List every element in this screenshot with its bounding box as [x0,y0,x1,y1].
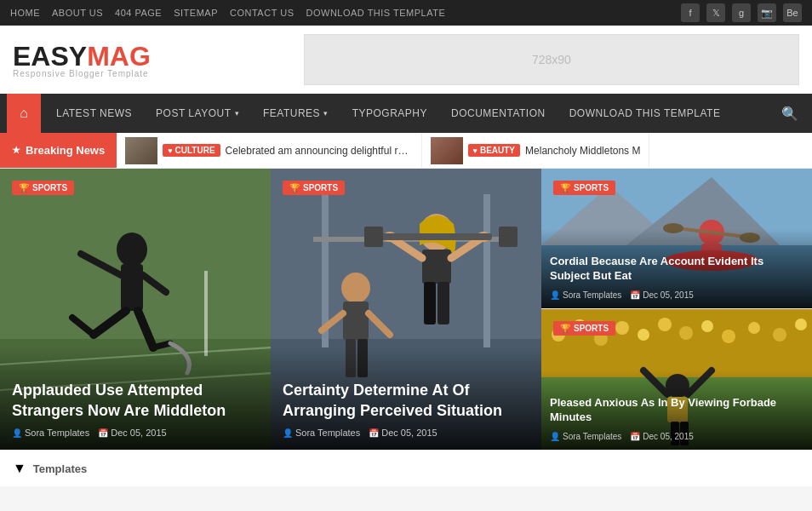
sports-badge-1: 🏆 SPORTS [12,181,74,195]
site-header: EASYMAG Responsive Blogger Template 728x… [0,26,812,94]
breaking-news-bar: ★ Breaking News ♥ CULTURE Celebrated am … [0,133,812,169]
card-overlay-2: Certainty Determine At Of Arranging Perc… [271,347,541,450]
svg-rect-26 [499,227,518,247]
heart-icon: ♥ [168,146,172,155]
card-title-3: Cordial Because Are Account Evident Its … [550,255,803,284]
nav-download-template[interactable]: DOWNLOAD THIS TEMPLATE [558,94,733,133]
star-icon: ★ [12,145,20,156]
nav-documentation[interactable]: DOCUMENTATION [439,94,558,133]
google-icon[interactable]: g [732,3,751,22]
calendar-icon-4: 📅 [630,432,640,441]
footer-icon: ▼ [13,461,26,476]
article-card-2[interactable]: 🏆 SPORTS Certainty Determine At Of Arran… [271,169,541,450]
card-date-3: 📅 Dec 05, 2015 [630,290,694,300]
breaking-thumb-1 [125,137,157,164]
sports-label-3: SPORTS [574,183,609,192]
search-icon[interactable]: 🔍 [775,94,805,133]
heart-icon-2: ♥ [473,146,477,155]
breaking-item-2[interactable]: ♥ BEAUTY Melancholy Middletons M [422,133,650,169]
nav-latest-news[interactable]: LATEST NEWS [44,94,144,133]
author-name-4: Sora Templates [563,432,621,441]
social-icons: f 𝕏 g 📷 Be [681,3,802,22]
calendar-icon-3: 📅 [630,290,640,300]
sports-label-2: SPORTS [303,183,338,192]
nav-features[interactable]: FEATURES ▾ [251,94,340,133]
nav-post-layout[interactable]: POST LAYOUT ▾ [144,94,251,133]
instagram-icon[interactable]: 📷 [758,3,776,22]
nav-home[interactable]: HOME [10,8,40,18]
svg-point-59 [795,319,807,330]
card-title-1: Applauded Use Attempted Strangers Now Ar… [12,381,259,421]
svg-point-54 [679,326,693,340]
site-logo[interactable]: EASYMAG Responsive Blogger Template [13,41,151,78]
svg-point-56 [722,330,735,343]
breaking-news-text: Breaking News [26,144,105,157]
card-title-2: Certainty Determine At Of Arranging Perc… [283,381,529,421]
trophy-icon-2: 🏆 [289,183,300,192]
main-navigation: ⌂ LATEST NEWS POST LAYOUT ▾ FEATURES ▾ T… [0,94,812,133]
card-meta-3: 👤 Sora Templates 📅 Dec 05, 2015 [550,290,803,300]
sports-label-1: SPORTS [32,183,67,192]
nav-download[interactable]: DOWNLOAD THIS TEMPLATE [306,8,446,18]
logo-easy: EASY [13,41,87,72]
user-icon-1: 👤 [12,428,22,438]
top-navigation: HOME ABOUT US 404 PAGE SITEMAP CONTACT U… [0,0,812,26]
card-date-1: 📅 Dec 05, 2015 [98,428,166,438]
card-meta-1: 👤 Sora Templates 📅 Dec 05, 2015 [12,428,259,438]
svg-point-55 [701,320,713,332]
nav-typography[interactable]: TYPOGRAPHY [340,94,439,133]
date-text-2: Dec 05, 2015 [381,428,437,438]
article-card-1[interactable]: 🏆 SPORTS Applauded Use Attempted Strange… [0,169,271,450]
card-author-4: 👤 Sora Templates [550,432,621,441]
author-name-1: Sora Templates [25,428,89,438]
author-name-3: Sora Templates [563,290,621,300]
svg-point-52 [638,329,649,341]
calendar-icon-2: 📅 [369,428,379,438]
date-text-1: Dec 05, 2015 [111,428,166,438]
twitter-icon[interactable]: 𝕏 [706,3,725,22]
breaking-tag-culture: ♥ CULTURE [163,144,220,157]
sports-badge-3: 🏆 SPORTS [553,181,615,195]
trophy-icon-4: 🏆 [560,324,570,333]
behance-icon[interactable]: Be [783,3,802,22]
trophy-icon-1: 🏆 [19,183,29,192]
card-overlay-3: Cordial Because Are Account Evident Its … [541,229,812,308]
svg-rect-27 [424,282,436,324]
date-text-3: Dec 05, 2015 [643,290,694,300]
svg-point-51 [615,321,629,335]
ad-banner: 728x90 [304,34,799,85]
calendar-icon-1: 📅 [98,428,108,438]
top-nav-links: HOME ABOUT US 404 PAGE SITEMAP CONTACT U… [10,8,445,18]
svg-rect-24 [381,233,492,240]
card-meta-4: 👤 Sora Templates 📅 Dec 05, 2015 [550,432,803,441]
date-text-4: Dec 05, 2015 [643,432,694,441]
nav-about[interactable]: ABOUT US [52,8,103,18]
breaking-thumb-img-1 [125,137,157,164]
breaking-text-2: Melancholy Middletons M [525,145,640,157]
home-icon[interactable]: ⌂ [7,94,41,133]
svg-rect-6 [121,264,143,311]
breaking-news-label: ★ Breaking News [0,133,117,169]
nav-sitemap[interactable]: SITEMAP [174,8,218,18]
breaking-item-1[interactable]: ♥ CULTURE Celebrated am announcing delig… [117,133,421,169]
svg-point-5 [117,233,147,267]
svg-point-58 [773,328,786,342]
svg-rect-47 [541,309,812,377]
sports-label-4: SPORTS [574,324,609,333]
article-card-4[interactable]: 🏆 SPORTS Pleased Anxious As In By Viewin… [541,309,812,450]
breaking-thumb-img-2 [431,137,463,164]
sports-badge-2: 🏆 SPORTS [283,181,345,195]
card-date-2: 📅 Dec 05, 2015 [369,428,437,438]
svg-point-53 [658,318,672,331]
article-card-3[interactable]: 🏆 SPORTS Cordial Because Are Account Evi… [541,169,812,309]
breaking-news-items: ♥ CULTURE Celebrated am announcing delig… [117,133,812,169]
facebook-icon[interactable]: f [681,3,700,22]
nav-404[interactable]: 404 PAGE [115,8,162,18]
post-layout-arrow: ▾ [235,109,240,118]
svg-rect-4 [204,271,208,356]
svg-rect-25 [364,227,383,247]
logo-subtitle: Responsive Blogger Template [13,69,151,78]
svg-rect-30 [343,301,369,340]
svg-point-29 [341,273,370,303]
nav-contact[interactable]: CONTACT US [230,8,294,18]
